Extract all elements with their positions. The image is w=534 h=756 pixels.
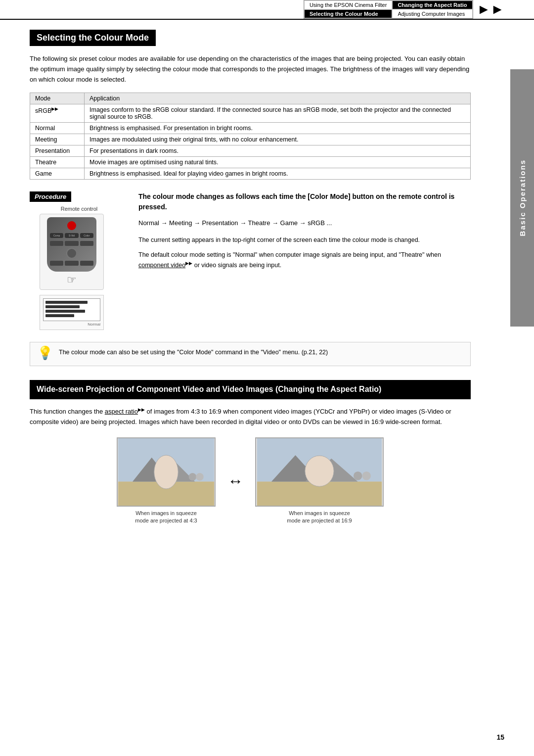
remote-illustration: Comp S-Vid Color (40, 214, 104, 290)
table-header-mode: Mode (30, 93, 85, 104)
table-cell-app: Brightness is emphasised. Ideal for play… (85, 168, 471, 180)
table-cell-app: Movie images are optimised using natural… (85, 157, 471, 168)
tip-text: The colour mode can also be set using th… (59, 347, 328, 357)
nav-cell-computer[interactable]: Adjusting Computer Images (392, 9, 472, 18)
img-43-svg (118, 438, 215, 506)
procedure-left: Procedure Remote control Comp S-Vid Colo… (30, 191, 129, 330)
remote-top-section: Comp S-Vid Color (50, 233, 93, 238)
screen-bar-3 (45, 310, 85, 313)
remote-nav-btn-1 (50, 241, 63, 246)
nav-cell-colour[interactable]: Selecting the Colour Mode (304, 9, 393, 18)
remote-nav-btn-6 (80, 261, 93, 266)
img-box-43: When images in squeeze mode are projecte… (117, 437, 216, 525)
remote-btn-color: Color (80, 233, 93, 238)
table-row: GameBrightness is emphasised. Ideal for … (30, 168, 471, 180)
nav-table: Using the EPSON Cinema Filter Changing t… (304, 0, 473, 19)
table-cell-app: Images conform to the sRGB colour standa… (85, 104, 471, 123)
img-169 (255, 437, 384, 507)
nav-cell-cinema[interactable]: Using the EPSON Cinema Filter (304, 0, 393, 9)
img-43 (117, 437, 216, 507)
remote-btn-svideo: S-Vid (65, 233, 78, 238)
header-nav: Using the EPSON Cinema Filter Changing t… (0, 0, 534, 20)
remote-label: Remote control (30, 206, 129, 212)
svg-point-13 (305, 456, 334, 486)
remote-power-btn (67, 221, 76, 230)
remote-nav-area (50, 241, 93, 246)
screen-bars (43, 298, 100, 321)
img-box-169: When images in squeeze mode are projecte… (255, 437, 384, 525)
remote-nav-area-2 (50, 261, 93, 266)
svg-point-7 (196, 473, 204, 481)
img-169-caption: When images in squeeze mode are projecte… (255, 510, 384, 525)
remote-nav-btn-3 (80, 241, 93, 246)
section2-heading: Wide-screen Projection of Component Vide… (30, 380, 471, 399)
tip-box: 💡 The colour mode can also be set using … (30, 342, 471, 366)
tip-bulb-icon: 💡 (37, 345, 53, 361)
procedure-arrow-sequence: Normal → Meeting → Presentation → Theatr… (138, 218, 471, 228)
remote-nav-btn-2 (65, 241, 78, 246)
header-arrow-icon: ►► (477, 0, 504, 19)
table-cell-mode: Presentation (30, 145, 85, 157)
table-cell-app: Brightness is emphasised. For presentati… (85, 123, 471, 134)
section1: Selecting the Colour Mode The following … (30, 30, 471, 180)
table-cell-mode: Theatre (30, 157, 85, 168)
table-header-app: Application (85, 93, 471, 104)
procedure-section: Procedure Remote control Comp S-Vid Colo… (30, 191, 471, 330)
table-cell-mode: Meeting (30, 134, 85, 145)
nav-cell-aspect[interactable]: Changing the Aspect Ratio (392, 0, 472, 9)
procedure-title: The colour mode changes as follows each … (138, 191, 471, 212)
finger-pointer-icon: ☞ (43, 274, 100, 286)
remote-body: Comp S-Vid Color (47, 217, 96, 272)
screen-normal-label: Normal (43, 322, 100, 327)
remote-nav-btn-5 (65, 261, 78, 266)
table-cell-app: For presentations in dark rooms. (85, 145, 471, 157)
img-169-svg (256, 438, 383, 506)
section2-text: This function changes the aspect ratio▶▶… (30, 406, 471, 427)
svg-point-14 (354, 472, 362, 480)
procedure-right: The colour mode changes as follows each … (138, 191, 471, 270)
table-row: sRGB▶▶Images conform to the sRGB colour … (30, 104, 471, 123)
svg-point-15 (362, 472, 370, 480)
sidebar-label: Basic Operations (518, 159, 527, 236)
main-content: Selecting the Colour Mode The following … (0, 20, 510, 538)
section1-intro: The following six preset colour modes ar… (30, 54, 471, 85)
svg-point-6 (189, 473, 197, 481)
table-cell-mode: Normal (30, 123, 85, 134)
colour-table: Mode Application sRGB▶▶Images conform to… (30, 93, 471, 180)
remote-btn-computer: Comp (50, 233, 63, 238)
image-compare: When images in squeeze mode are projecte… (30, 437, 471, 525)
screen-illustration: Normal (40, 295, 104, 330)
screen-bar-1 (45, 301, 88, 304)
table-cell-app: Images are modulated using their origina… (85, 134, 471, 145)
table-row: PresentationFor presentations in dark ro… (30, 145, 471, 157)
table-row: NormalBrightness is emphasised. For pres… (30, 123, 471, 134)
table-cell-mode: sRGB▶▶ (30, 104, 85, 123)
compare-arrow-icon: ↔ (227, 472, 243, 490)
section2: Wide-screen Projection of Component Vide… (30, 380, 471, 524)
remote-circle-btn (66, 248, 77, 259)
procedure-badge: Procedure (30, 191, 71, 202)
remote-nav-btn-4 (50, 261, 63, 266)
svg-point-5 (154, 455, 178, 489)
procedure-desc1: The current setting appears in the top-r… (138, 235, 471, 245)
screen-bar-4 (45, 314, 74, 317)
table-cell-mode: Game (30, 168, 85, 180)
procedure-desc2: The default colour mode setting is "Norm… (138, 250, 471, 270)
table-row: TheatreMovie images are optimised using … (30, 157, 471, 168)
section1-heading: Selecting the Colour Mode (30, 30, 156, 46)
page-number: 15 (496, 733, 504, 741)
table-row: MeetingImages are modulated using their … (30, 134, 471, 145)
sidebar: Basic Operations (510, 69, 534, 327)
screen-bar-2 (45, 305, 80, 308)
img-43-caption: When images in squeeze mode are projecte… (117, 510, 216, 525)
